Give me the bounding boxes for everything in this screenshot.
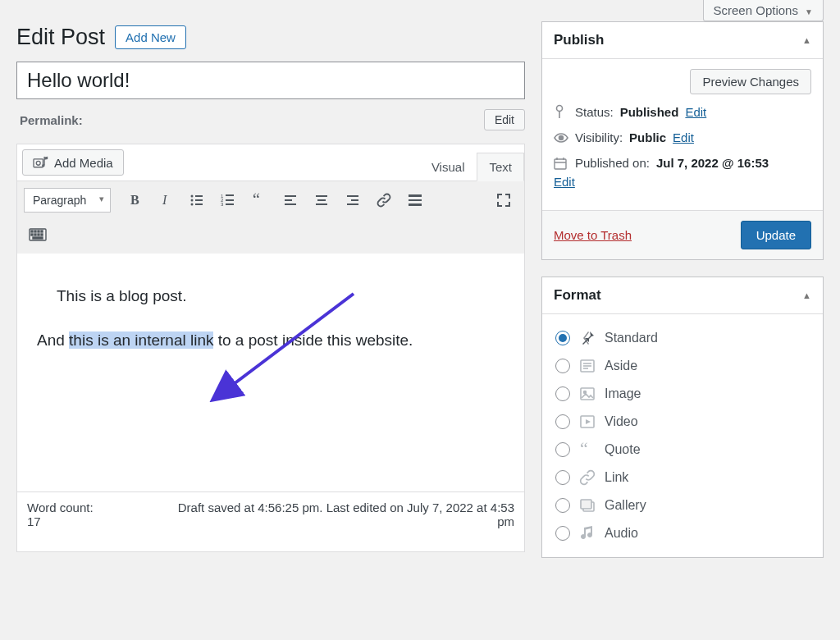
publish-metabox-header[interactable]: Publish ▲: [542, 22, 823, 59]
status-edit-link[interactable]: Edit: [685, 105, 706, 119]
eye-icon: [554, 132, 568, 144]
add-new-button[interactable]: Add New: [115, 25, 186, 49]
preview-changes-button[interactable]: Preview Changes: [690, 69, 811, 94]
radio-gallery[interactable]: [555, 498, 570, 513]
format-heading: Format: [554, 287, 601, 304]
radio-video[interactable]: [555, 414, 570, 429]
svg-rect-38: [41, 234, 43, 235]
svg-rect-39: [33, 237, 43, 239]
format-option-link[interactable]: Link: [554, 464, 811, 491]
format-option-image[interactable]: Image: [554, 380, 811, 408]
numbered-list-button[interactable]: 123: [214, 186, 242, 214]
svg-point-1: [36, 161, 40, 165]
status-value: Published: [620, 105, 679, 119]
svg-text:B: B: [130, 193, 139, 207]
collapse-icon: ▲: [802, 35, 811, 45]
svg-rect-26: [347, 203, 358, 205]
paragraph-format-select[interactable]: Paragraph: [24, 188, 111, 213]
visibility-label: Visibility:: [575, 130, 623, 144]
svg-rect-19: [285, 199, 292, 201]
add-media-label: Add Media: [54, 156, 113, 170]
move-to-trash-link[interactable]: Move to Trash: [554, 228, 632, 242]
radio-link[interactable]: [555, 470, 570, 485]
svg-rect-29: [409, 203, 422, 206]
format-audio-icon: [578, 524, 596, 542]
radio-aside[interactable]: [555, 359, 570, 373]
keyboard-shortcut-button[interactable]: [24, 221, 52, 249]
visibility-edit-link[interactable]: Edit: [673, 130, 694, 144]
align-left-button[interactable]: [276, 186, 304, 214]
svg-rect-49: [581, 388, 594, 400]
bullet-list-button[interactable]: [183, 186, 211, 214]
svg-rect-22: [317, 199, 326, 201]
post-title-input[interactable]: [16, 62, 525, 99]
svg-text:“: “: [253, 192, 260, 208]
draft-saved-pm: pm: [497, 514, 514, 528]
insert-link-button[interactable]: [370, 186, 398, 214]
editor-status-bar: Word count: 17 Draft saved at 4:56:25 pm…: [17, 491, 524, 551]
publish-metabox: Publish ▲ Preview Changes Status: Publis…: [541, 21, 824, 260]
update-button[interactable]: Update: [741, 221, 811, 249]
screen-options-button[interactable]: Screen Options ▼: [703, 0, 824, 21]
format-option-label: Audio: [605, 526, 638, 541]
page-title: Edit Post: [16, 25, 105, 50]
format-option-video[interactable]: Video: [554, 408, 811, 436]
svg-rect-20: [285, 203, 296, 205]
radio-standard[interactable]: [555, 331, 570, 345]
format-option-label: Link: [605, 470, 628, 485]
format-option-gallery[interactable]: Gallery: [554, 491, 811, 519]
editor-box: Add Media Visual Text Paragraph B I 123 …: [16, 144, 525, 552]
blockquote-button[interactable]: “: [245, 186, 273, 214]
align-right-button[interactable]: [339, 186, 367, 214]
word-count-label: Word count:: [27, 501, 94, 514]
chevron-down-icon: ▼: [805, 7, 813, 16]
italic-button[interactable]: I: [152, 186, 180, 214]
svg-point-5: [191, 195, 194, 198]
format-option-label: Quote: [605, 442, 641, 457]
svg-rect-14: [226, 199, 234, 201]
format-image-icon: [578, 385, 596, 403]
format-option-audio[interactable]: Audio: [554, 519, 811, 547]
format-option-label: Aside: [605, 359, 637, 373]
word-count-value: 17: [27, 514, 41, 528]
camera-music-icon: [33, 155, 49, 170]
screen-options-label: Screen Options: [714, 3, 798, 17]
align-center-button[interactable]: [308, 186, 336, 214]
tab-text[interactable]: Text: [477, 153, 524, 181]
editor-toolbar: Paragraph B I 123 “: [17, 181, 524, 254]
svg-point-41: [557, 106, 563, 112]
fullscreen-button[interactable]: [490, 186, 518, 214]
bold-button[interactable]: B: [121, 186, 148, 214]
format-metabox: Format ▲ StandardAsideImageVideo“QuoteLi…: [541, 277, 824, 558]
svg-rect-16: [226, 203, 234, 205]
radio-audio[interactable]: [555, 526, 570, 541]
permalink-label: Permalink:: [20, 113, 83, 127]
svg-rect-10: [195, 203, 203, 205]
svg-rect-34: [41, 231, 43, 232]
pin-icon: [554, 104, 568, 119]
content-paragraph-1: This is a blog post.: [57, 283, 511, 309]
svg-text:“: “: [580, 441, 588, 458]
visibility-value: Public: [629, 130, 666, 144]
format-video-icon: [578, 413, 596, 431]
svg-text:I: I: [162, 193, 167, 207]
format-quote-icon: “: [578, 441, 596, 459]
svg-rect-6: [195, 195, 203, 197]
insert-more-button[interactable]: [401, 186, 429, 214]
svg-rect-12: [226, 194, 234, 196]
radio-quote[interactable]: [555, 442, 570, 457]
status-label: Status:: [575, 105, 614, 119]
annotation-arrow: [198, 290, 370, 454]
post-content-editor[interactable]: This is a blog post. And this is an inte…: [17, 254, 524, 491]
draft-saved-text: Draft saved at 4:56:25 pm. Last edited o…: [178, 501, 514, 514]
published-on-edit-link[interactable]: Edit: [554, 175, 575, 189]
format-metabox-header[interactable]: Format ▲: [542, 277, 823, 314]
permalink-edit-button[interactable]: Edit: [484, 109, 525, 130]
format-option-quote[interactable]: “Quote: [554, 436, 811, 464]
add-media-button[interactable]: Add Media: [22, 149, 124, 176]
format-option-aside[interactable]: Aside: [554, 352, 811, 380]
format-standard-icon: [578, 329, 596, 347]
radio-image[interactable]: [555, 386, 570, 401]
tab-visual[interactable]: Visual: [419, 153, 477, 181]
format-option-standard[interactable]: Standard: [554, 324, 811, 352]
